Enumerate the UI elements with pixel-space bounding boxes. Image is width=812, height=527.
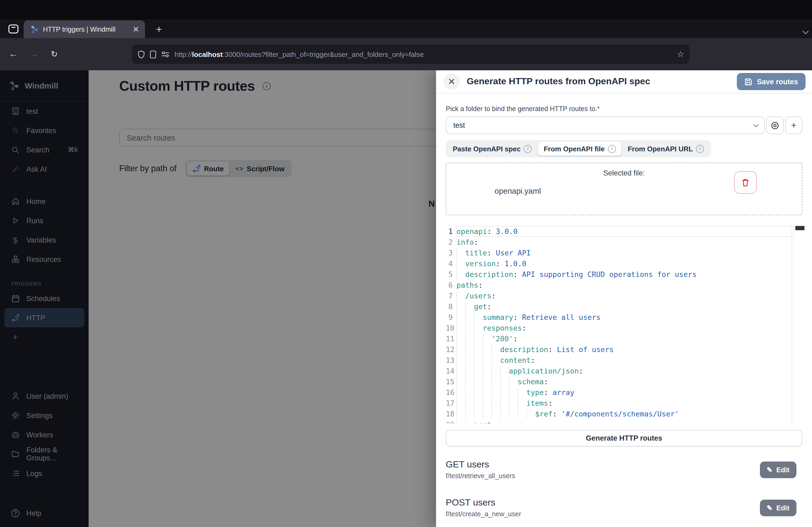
code-line: 1openapi: 3.0.0 (446, 226, 804, 237)
line-number: 14 (446, 365, 455, 376)
route-name: POST users (446, 497, 521, 508)
code-line: 15 schema: (446, 376, 804, 387)
code-line: 17 items: (446, 398, 804, 408)
code-line: 3 title: User API (446, 247, 804, 258)
tab-from-openapi-url[interactable]: From OpenAPI URLi (622, 142, 710, 156)
pencil-icon: ✎ (767, 504, 772, 512)
save-routes-button[interactable]: Save routes (737, 73, 806, 90)
windmill-favicon (30, 25, 39, 33)
pencil-icon: ✎ (767, 466, 772, 473)
forward-button[interactable]: → (26, 49, 42, 60)
trash-icon (741, 178, 750, 187)
generated-route-row: POST usersf/test/create_a_new_user✎Edit (446, 497, 796, 518)
line-number: 1 (446, 226, 455, 237)
permissions-icon[interactable] (161, 50, 170, 58)
edit-button[interactable]: ✎Edit (760, 461, 796, 478)
code-line: 18 $ref: '#/components/schemas/User' (446, 408, 804, 419)
browser-tab[interactable]: HTTP triggers | Windmill ✕ (24, 20, 145, 38)
line-number: 18 (446, 408, 455, 419)
line-number: 6 (446, 280, 455, 290)
route-name: GET users (446, 460, 515, 470)
route-path: f/test/retrieve_all_users (446, 472, 515, 480)
browser-chrome: HTTP triggers | Windmill ✕ + ← → ↻ http:… (0, 0, 812, 70)
line-number: 16 (446, 387, 455, 398)
url-bar[interactable]: http://localhost:3000/routes?filter_path… (132, 45, 690, 64)
remove-file-button[interactable] (734, 171, 757, 194)
tab-paste-openapi-spec[interactable]: Paste OpenAPI speci (447, 142, 537, 156)
close-icon[interactable]: ✕ (444, 74, 460, 90)
back-button[interactable]: ← (5, 49, 21, 60)
source-tabs: Paste OpenAPI speciFrom OpenAPI fileiFro… (446, 140, 711, 157)
line-number: 15 (446, 376, 455, 387)
code-line: 10 responses: (446, 322, 804, 333)
plus-icon: + (791, 120, 796, 131)
tab-strip: HTTP triggers | Windmill ✕ + (0, 19, 812, 38)
code-line: 19 post: (446, 419, 804, 423)
folder-field-label: Pick a folder to bind the generated HTTP… (446, 105, 802, 113)
line-number: 10 (446, 322, 455, 333)
generate-routes-button[interactable]: Generate HTTP routes (446, 430, 802, 447)
new-tab-button[interactable]: + (153, 24, 165, 35)
screen: HTTP triggers | Windmill ✕ + ← → ↻ http:… (0, 0, 812, 527)
folder-select[interactable]: test (446, 117, 765, 134)
edit-button[interactable]: ✎Edit (760, 499, 796, 516)
tab-close-icon[interactable]: ✕ (131, 25, 141, 34)
tab-from-openapi-file[interactable]: From OpenAPI filei (538, 142, 621, 156)
drawer-title: Generate HTTP routes from OpenAPI spec (467, 76, 650, 87)
code-line: 2info: (446, 237, 804, 247)
code-line: 7 /users: (446, 290, 804, 301)
code-line: 4 version: 1.0.0 (446, 258, 804, 269)
page-info-icon[interactable] (150, 50, 156, 58)
line-number: 13 (446, 355, 455, 365)
line-number: 12 (446, 344, 455, 355)
code-line: 16 type: array (446, 387, 804, 398)
line-number: 8 (446, 301, 455, 312)
line-number: 4 (446, 258, 455, 269)
bookmark-star-icon[interactable]: ☆ (677, 49, 684, 59)
save-icon (744, 77, 753, 86)
url-text[interactable]: http://localhost:3000/routes?filter_path… (175, 50, 672, 58)
selected-file-name: openapi.yaml (495, 187, 541, 195)
shield-icon[interactable] (137, 50, 145, 58)
code-line: 9 summary: Retrieve all users (446, 312, 804, 322)
tab-list-chevron-icon[interactable] (803, 26, 808, 35)
browser-navbar: ← → ↻ http://localhost:3000/routes?filte… (0, 38, 812, 70)
info-icon[interactable]: i (608, 145, 616, 153)
eye-icon (771, 121, 779, 130)
reload-button[interactable]: ↻ (46, 49, 62, 59)
info-icon[interactable]: i (524, 145, 532, 153)
code-line: 14 application/json: (446, 365, 804, 376)
generated-route-row: GET usersf/test/retrieve_all_users✎Edit (446, 460, 796, 480)
chevron-down-icon (753, 122, 759, 127)
file-dropzone[interactable]: Selected file: openapi.yaml (446, 163, 802, 215)
code-editor[interactable]: 1openapi: 3.0.02info:3 title: User API4 … (446, 226, 804, 423)
code-line: 8 get: (446, 301, 804, 312)
tab-title: HTTP triggers | Windmill (43, 26, 127, 33)
line-number: 5 (446, 269, 455, 280)
info-icon[interactable]: i (696, 145, 704, 153)
add-folder-button[interactable]: + (785, 117, 802, 134)
line-number: 2 (446, 237, 455, 247)
code-line: 13 content: (446, 355, 804, 365)
line-number: 17 (446, 398, 455, 408)
code-line: 6paths: (446, 280, 804, 290)
code-line: 11 '200': (446, 333, 804, 344)
openapi-drawer: ✕ Generate HTTP routes from OpenAPI spec… (436, 70, 812, 527)
line-number: 19 (446, 419, 455, 423)
code-line: 5 description: API supporting CRUD opera… (446, 269, 804, 280)
line-number: 9 (446, 312, 455, 322)
line-number: 11 (446, 333, 455, 344)
line-number: 7 (446, 290, 455, 301)
line-number: 3 (446, 247, 455, 258)
view-folder-button[interactable] (766, 117, 784, 134)
code-line: 12 description: List of users (446, 344, 804, 355)
firefox-view-icon[interactable] (6, 22, 20, 35)
route-path: f/test/create_a_new_user (446, 510, 521, 518)
